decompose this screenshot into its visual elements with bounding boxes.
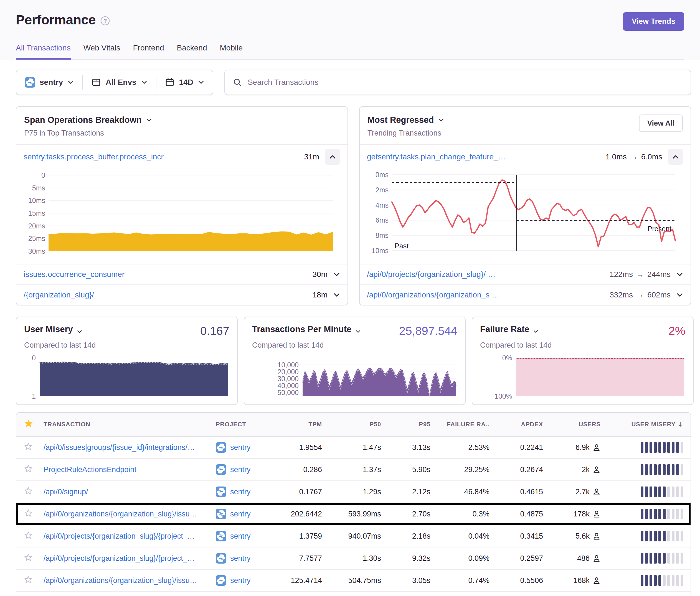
column-header-p95[interactable]: P95: [383, 421, 430, 428]
transaction-link[interactable]: /api/0/organizations/{organization_slug}…: [44, 576, 214, 585]
table-row[interactable]: /api/0/organizations/{organization_slug}…: [16, 570, 691, 592]
search-bar[interactable]: [224, 70, 691, 95]
star-icon[interactable]: [24, 486, 33, 496]
user-icon: [592, 510, 601, 518]
python-project-icon: [216, 487, 226, 497]
project-filter[interactable]: sentry: [16, 77, 82, 87]
column-header-project[interactable]: PROJECT: [216, 421, 273, 428]
star-filled-icon[interactable]: [24, 419, 33, 429]
transaction-link[interactable]: /api/0/projects/{organization_slug}/{pro…: [44, 554, 214, 563]
filter-row: sentry All Envs 14D: [16, 70, 691, 95]
users-count: 6.9k: [575, 443, 590, 452]
failure-rate-dropdown[interactable]: Failure Rate: [480, 324, 539, 334]
column-header-misery[interactable]: USER MISERY: [631, 421, 676, 428]
project-link[interactable]: sentry: [230, 576, 251, 585]
project-link[interactable]: sentry: [230, 488, 251, 496]
failure-rate-subtitle: Compared to last 14d: [480, 341, 685, 349]
apdex-cell: 0.2241: [492, 443, 543, 452]
project-link[interactable]: sentry: [230, 465, 251, 474]
span-ops-chart: 05ms10ms15ms20ms25ms30ms: [16, 169, 348, 264]
tab-all-transactions[interactable]: All Transactions: [16, 44, 71, 59]
chevron-down-icon[interactable]: [333, 271, 340, 278]
tpm-dropdown[interactable]: Transactions Per Minute: [252, 324, 361, 334]
table-row[interactable]: /api/0/projects/{organization_slug}/{pro…: [16, 525, 691, 547]
chevron-down-icon[interactable]: [676, 271, 683, 278]
date-range-filter[interactable]: 14D: [156, 77, 213, 87]
column-header-users[interactable]: USERS: [545, 421, 601, 428]
collapse-button[interactable]: [325, 149, 340, 165]
star-icon[interactable]: [24, 509, 33, 518]
span-op-link[interactable]: issues.occurrence_consumer: [24, 270, 125, 279]
user-misery-subtitle: Compared to last 14d: [24, 341, 229, 349]
span-op-link[interactable]: sentry.tasks.process_buffer.process_incr: [24, 153, 164, 161]
collapse-button[interactable]: [668, 149, 683, 165]
p95-cell: 5.90s: [383, 465, 430, 474]
chevron-down-icon[interactable]: [333, 291, 340, 299]
span-op-value: 31m: [304, 153, 319, 161]
tab-bar: All TransactionsWeb VitalsFrontendBacken…: [16, 44, 684, 59]
tab-backend[interactable]: Backend: [177, 44, 207, 59]
help-icon[interactable]: ?: [100, 16, 110, 26]
arrow-right-icon: →: [636, 270, 644, 279]
table-row[interactable]: /api/0/signup/ sentry 0.1767 1.29s 2.12s…: [16, 481, 691, 503]
apdex-cell: 0.2597: [492, 554, 543, 563]
project-link[interactable]: sentry: [230, 554, 251, 563]
view-all-button[interactable]: View All: [639, 114, 683, 132]
user-misery-dropdown[interactable]: User Misery: [24, 324, 82, 334]
svg-text:15ms: 15ms: [28, 209, 45, 217]
tab-mobile[interactable]: Mobile: [220, 44, 243, 59]
star-icon[interactable]: [24, 575, 33, 585]
apdex-cell: 0.5506: [492, 576, 543, 585]
transaction-link[interactable]: /api/0/signup/: [44, 488, 214, 496]
column-header-apdex[interactable]: APDEX: [492, 421, 543, 428]
failure-rate-title: Failure Rate: [480, 324, 529, 334]
environment-filter[interactable]: All Envs: [83, 77, 156, 87]
transaction-link[interactable]: /api/0/issues|groups/{issue_id}/integrat…: [44, 443, 214, 452]
table-row-partial[interactable]: [16, 592, 691, 596]
star-icon[interactable]: [24, 530, 33, 540]
regressed-transaction-link[interactable]: /api/0/projects/{organization_slug}/ …: [367, 270, 496, 279]
table-row[interactable]: ProjectRuleActionsEndpoint sentry 0.286 …: [16, 459, 691, 481]
svg-text:40,000: 40,000: [278, 382, 299, 389]
span-ops-title-dropdown[interactable]: Span Operations Breakdown: [24, 115, 340, 125]
table-row[interactable]: /api/0/projects/{organization_slug}/{pro…: [16, 547, 691, 570]
p50-cell: 504.75ms: [324, 576, 381, 585]
svg-text:2ms: 2ms: [376, 186, 389, 194]
transactions-table: TRANSACTIONPROJECTTPMP50P95FAILURE RA..A…: [16, 412, 691, 596]
star-icon[interactable]: [24, 464, 33, 473]
transaction-link[interactable]: ProjectRuleActionsEndpoint: [44, 465, 214, 474]
search-input[interactable]: [248, 78, 683, 87]
users-count: 486: [577, 554, 590, 563]
svg-text:10,000: 10,000: [278, 361, 299, 369]
transaction-link[interactable]: /api/0/organizations/{organization_slug}…: [44, 510, 214, 518]
view-trends-button[interactable]: View Trends: [623, 12, 684, 31]
p95-cell: 9.32s: [383, 554, 430, 563]
regressed-transaction-link[interactable]: /api/0/organizations/{organization_s …: [367, 290, 499, 300]
svg-text:0ms: 0ms: [376, 171, 389, 179]
column-header-failure[interactable]: FAILURE RA..: [433, 421, 490, 428]
users-count: 168k: [573, 576, 590, 585]
most-regressed-title-dropdown[interactable]: Most Regressed: [368, 115, 683, 125]
user-icon: [592, 554, 601, 563]
star-icon[interactable]: [24, 442, 33, 451]
tpm-cell: 1.3759: [275, 532, 322, 541]
column-header-p50[interactable]: P50: [324, 421, 381, 428]
table-row[interactable]: /api/0/organizations/{organization_slug}…: [16, 503, 691, 525]
regressed-transaction-link[interactable]: getsentry.tasks.plan_change_feature_…: [367, 153, 506, 161]
column-header-tpm[interactable]: TPM: [275, 421, 322, 428]
project-link[interactable]: sentry: [230, 443, 251, 452]
user-misery-title: User Misery: [24, 324, 73, 334]
chevron-down-icon[interactable]: [676, 291, 683, 299]
span-op-link[interactable]: /{organization_slug}/: [24, 290, 94, 300]
column-header-transaction[interactable]: TRANSACTION: [44, 421, 214, 428]
star-icon[interactable]: [24, 553, 33, 562]
python-project-icon: [25, 77, 35, 87]
tab-frontend[interactable]: Frontend: [133, 44, 164, 59]
project-link[interactable]: sentry: [230, 510, 251, 518]
project-link[interactable]: sentry: [230, 532, 251, 541]
tab-web-vitals[interactable]: Web Vitals: [83, 44, 120, 59]
tpm-chart: 50,00040,00030,00020,00010,000: [252, 354, 457, 399]
transaction-link[interactable]: /api/0/projects/{organization_slug}/{pro…: [44, 532, 214, 541]
environment-icon: [91, 77, 101, 87]
table-row[interactable]: /api/0/issues|groups/{issue_id}/integrat…: [16, 437, 691, 459]
